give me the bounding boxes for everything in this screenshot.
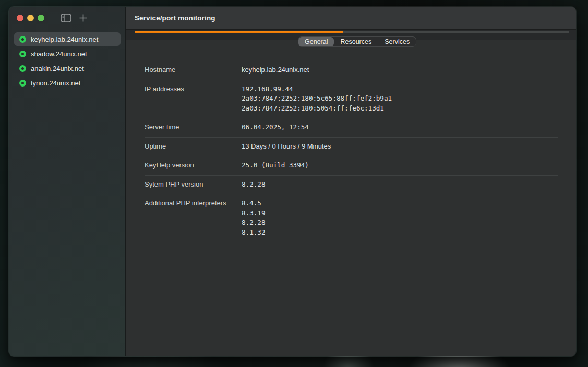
- detail-value: 192.168.99.44: [242, 84, 392, 94]
- detail-value: 8.4.5: [242, 199, 266, 209]
- add-server-button[interactable]: [79, 14, 88, 22]
- detail-row: Sytem PHP version8.2.28: [145, 176, 558, 195]
- detail-row: IP addresses192.168.99.442a03:7847:2252:…: [145, 80, 558, 119]
- server-list-item[interactable]: anakin.24unix.net: [14, 62, 121, 75]
- server-status-online-icon: [19, 36, 26, 43]
- detail-label: Sytem PHP version: [145, 180, 242, 190]
- detail-values: 25.0 (Build 3394): [242, 161, 309, 170]
- main-panel: Service/port monitoring GeneralResources…: [126, 7, 576, 356]
- server-list-item[interactable]: keyhelp.lab.24unix.net: [14, 32, 121, 46]
- progress-bar: [135, 31, 569, 33]
- sidebar-toolbar: [9, 7, 125, 29]
- detail-value: 2a03:7847:2252:180:5054:ff:fe6c:13d1: [242, 104, 392, 114]
- detail-label: Hostname: [145, 65, 242, 75]
- app-window: keyhelp.lab.24unix.netshadow.24unix.neta…: [8, 6, 577, 357]
- titlebar: Service/port monitoring: [126, 7, 576, 30]
- detail-values: 192.168.99.442a03:7847:2252:180:5c65:88f…: [242, 84, 392, 114]
- server-name-label: anakin.24unix.net: [31, 65, 84, 72]
- detail-label: Uptime: [145, 142, 242, 152]
- server-name-label: keyhelp.lab.24unix.net: [31, 35, 98, 43]
- tab-general[interactable]: General: [298, 37, 334, 46]
- tab-bar: GeneralResourcesServices: [298, 36, 416, 47]
- detail-value: 25.0 (Build 3394): [242, 161, 309, 170]
- plus-icon: [79, 14, 88, 22]
- detail-label: IP addresses: [145, 84, 242, 114]
- server-name-label: tyrion.24unix.net: [31, 79, 80, 87]
- detail-label: Additional PHP interpreters: [145, 199, 242, 237]
- zoom-window-button[interactable]: [38, 15, 44, 21]
- detail-row: Uptime13 Days / 0 Hours / 9 Minutes: [145, 138, 558, 157]
- server-list-item[interactable]: tyrion.24unix.net: [14, 76, 121, 90]
- server-status-online-icon: [19, 80, 26, 87]
- detail-values: 8.4.58.3.198.2.288.1.32: [242, 199, 266, 237]
- detail-row: Hostnamekeyhelp.lab.24unix.net: [145, 61, 558, 80]
- general-tab-content: Hostnamekeyhelp.lab.24unix.netIP address…: [126, 40, 576, 356]
- progress-bar-fill: [135, 31, 343, 33]
- page-title: Service/port monitoring: [135, 14, 215, 22]
- detail-value: keyhelp.lab.24unix.net: [242, 65, 309, 75]
- detail-values: 8.2.28: [242, 180, 266, 190]
- tab-services[interactable]: Services: [378, 37, 416, 46]
- toggle-sidebar-button[interactable]: [61, 14, 71, 22]
- server-status-online-icon: [19, 65, 26, 72]
- detail-value: 8.1.32: [242, 228, 266, 238]
- details-table: Hostnamekeyhelp.lab.24unix.netIP address…: [145, 61, 558, 242]
- sidebar-toggle-icon: [61, 14, 71, 22]
- detail-label: KeyHelp version: [145, 161, 242, 170]
- detail-value: 8.2.28: [242, 218, 266, 228]
- server-status-online-icon: [19, 51, 26, 57]
- close-window-button[interactable]: [17, 15, 23, 21]
- detail-value: 2a03:7847:2252:180:5c65:88ff:fef2:b9a1: [242, 94, 392, 104]
- tab-resources[interactable]: Resources: [334, 37, 378, 46]
- detail-values: 06.04.2025, 12:54: [242, 123, 309, 132]
- server-list: keyhelp.lab.24unix.netshadow.24unix.neta…: [9, 32, 125, 90]
- detail-row: Server time06.04.2025, 12:54: [145, 118, 558, 138]
- detail-values: keyhelp.lab.24unix.net: [242, 65, 309, 75]
- detail-value: 13 Days / 0 Hours / 9 Minutes: [242, 142, 331, 152]
- detail-label: Server time: [145, 123, 242, 132]
- minimize-window-button[interactable]: [27, 15, 34, 21]
- detail-value: 8.3.19: [242, 209, 266, 218]
- detail-row: KeyHelp version25.0 (Build 3394): [145, 156, 558, 176]
- detail-value: 06.04.2025, 12:54: [242, 123, 309, 132]
- sidebar: keyhelp.lab.24unix.netshadow.24unix.neta…: [9, 7, 126, 356]
- server-name-label: shadow.24unix.net: [31, 50, 87, 58]
- detail-row: Additional PHP interpreters8.4.58.3.198.…: [145, 194, 558, 242]
- detail-value: 8.2.28: [242, 180, 266, 190]
- detail-values: 13 Days / 0 Hours / 9 Minutes: [242, 142, 331, 152]
- server-list-item[interactable]: shadow.24unix.net: [14, 47, 121, 60]
